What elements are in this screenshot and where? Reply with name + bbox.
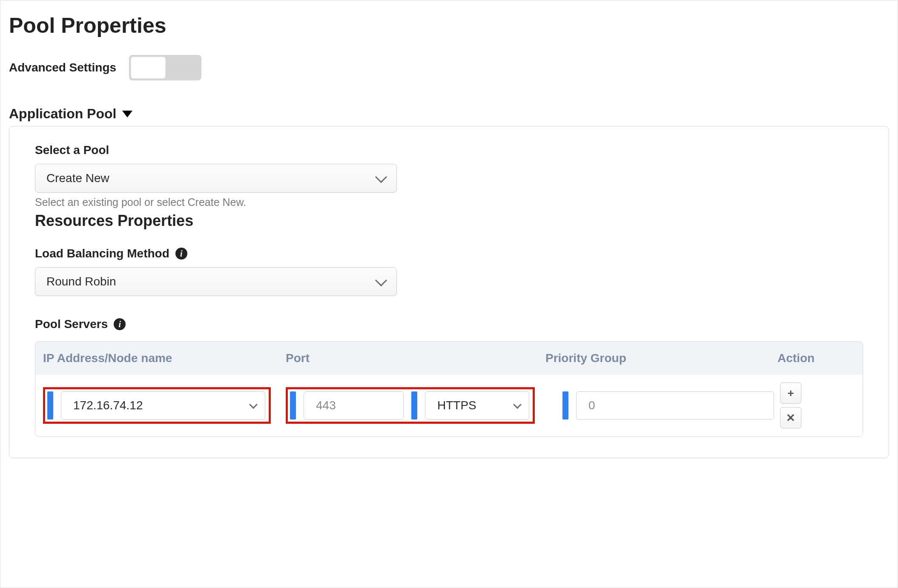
ip-highlight: 172.16.74.12 xyxy=(43,387,271,424)
lb-method-dropdown[interactable]: Round Robin xyxy=(35,267,397,296)
priority-value: 0 xyxy=(588,399,595,412)
page-title: Pool Properties xyxy=(9,13,889,38)
accent-bar xyxy=(411,391,417,420)
accent-bar xyxy=(47,391,53,420)
pool-servers-label-text: Pool Servers xyxy=(35,317,108,331)
chevron-down-icon xyxy=(375,274,387,286)
plus-icon: + xyxy=(787,387,794,400)
select-pool-value: Create New xyxy=(46,171,109,185)
application-pool-header-label: Application Pool xyxy=(9,106,116,122)
toggle-knob xyxy=(131,57,166,79)
advanced-settings-label: Advanced Settings xyxy=(9,61,116,74)
lb-method-value: Round Robin xyxy=(46,275,116,288)
priority-input[interactable]: 0 xyxy=(576,391,774,420)
table-header: IP Address/Node name Port Priority Group… xyxy=(35,342,863,375)
chevron-down-icon xyxy=(375,171,387,183)
pool-servers-table: IP Address/Node name Port Priority Group… xyxy=(35,341,863,437)
advanced-settings-row: Advanced Settings xyxy=(9,55,889,80)
advanced-settings-toggle[interactable] xyxy=(129,55,201,80)
cell-action: + ✕ xyxy=(778,382,855,428)
select-pool-help: Select an existing pool or select Create… xyxy=(35,196,863,208)
add-row-button[interactable]: + xyxy=(780,382,801,404)
chevron-down-icon xyxy=(513,400,522,409)
select-pool-block: Select a Pool Create New Select an exist… xyxy=(35,143,863,296)
chevron-down-icon xyxy=(249,400,258,409)
ip-address-value: 172.16.74.12 xyxy=(73,399,143,412)
lb-method-label-text: Load Balancing Method xyxy=(35,247,169,260)
remove-row-button[interactable]: ✕ xyxy=(780,407,801,428)
ip-address-input[interactable]: 172.16.74.12 xyxy=(61,391,265,420)
port-highlight: 443 HTTPS xyxy=(286,387,535,424)
cell-port: 443 HTTPS xyxy=(286,387,545,424)
protocol-dropdown[interactable]: HTTPS xyxy=(425,391,529,420)
protocol-value: HTTPS xyxy=(437,399,476,412)
port-value: 443 xyxy=(316,399,336,412)
info-icon[interactable]: i xyxy=(175,248,187,260)
application-pool-section-header[interactable]: Application Pool xyxy=(9,106,889,122)
col-header-ip: IP Address/Node name xyxy=(43,351,286,365)
select-pool-dropdown[interactable]: Create New xyxy=(35,164,397,193)
table-row: 172.16.74.12 443 HTTPS xyxy=(35,375,863,436)
accent-bar xyxy=(562,391,568,420)
resources-properties-heading: Resources Properties xyxy=(35,212,863,230)
pool-properties-panel: Pool Properties Advanced Settings Applic… xyxy=(0,0,898,588)
priority-group-wrap: 0 xyxy=(562,391,774,420)
pool-servers-label: Pool Servers i xyxy=(35,317,863,331)
col-header-priority: Priority Group xyxy=(545,351,778,365)
lb-method-label: Load Balancing Method i xyxy=(35,247,863,260)
cell-ip: 172.16.74.12 xyxy=(43,387,286,424)
select-pool-label: Select a Pool xyxy=(35,143,863,157)
col-header-port: Port xyxy=(286,351,545,365)
col-header-action: Action xyxy=(778,351,855,365)
cell-priority: 0 xyxy=(545,391,778,420)
info-icon[interactable]: i xyxy=(114,318,126,330)
port-input[interactable]: 443 xyxy=(304,391,404,420)
close-icon: ✕ xyxy=(786,411,795,425)
accent-bar xyxy=(290,391,296,420)
application-pool-panel: Select a Pool Create New Select an exist… xyxy=(9,126,889,458)
caret-down-icon xyxy=(122,111,132,117)
